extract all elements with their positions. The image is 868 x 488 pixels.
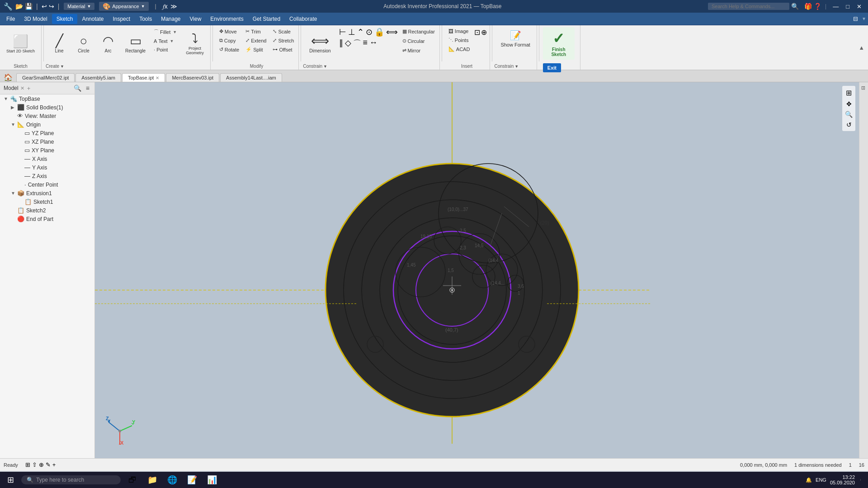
point-button[interactable]: · Point [151, 46, 180, 54]
menu-file[interactable]: File [2, 14, 19, 24]
arc-button[interactable]: ◠ Arc [96, 27, 120, 60]
text-button[interactable]: A Text ▼ [151, 37, 180, 45]
tree-item-xz-plane[interactable]: ▭ XZ Plane [0, 137, 94, 146]
move-button[interactable]: ✥ Move [217, 27, 242, 36]
material-dropdown[interactable]: Material ▼ [64, 3, 94, 10]
scale-button[interactable]: ⤡ Scale [270, 27, 297, 36]
view-cube-button[interactable]: ⊞ [844, 88, 854, 98]
constraint-icon-9[interactable]: ⌒ [353, 38, 361, 49]
tree-item-extrusion1[interactable]: ▼ 📦 Extrusion1 [0, 189, 94, 197]
extend-button[interactable]: ⤢ Extend [243, 36, 269, 45]
collapse-ribbon-button[interactable]: ▲ [857, 43, 866, 52]
dimension-button[interactable]: ⟺ Dimension [305, 27, 335, 60]
tree-item-solid-bodies[interactable]: ▶ ⬛ Solid Bodies(1) [0, 103, 94, 112]
pan-button[interactable]: ✥ [844, 99, 854, 108]
tree-item-x-axis[interactable]: — X Axis [0, 155, 94, 163]
tree-item-sketch1[interactable]: 📋 Sketch1 [0, 197, 94, 206]
tree-toggle-extrusion1[interactable]: ▼ [11, 191, 17, 196]
exit-button[interactable]: Exit [543, 63, 561, 72]
sidebar-search-button[interactable]: 🔍 [72, 84, 83, 92]
constraint-icon-2[interactable]: ⊥ [348, 27, 355, 37]
rectangular-button[interactable]: ▦ Rectangular [400, 27, 438, 36]
tree-toggle-topbase[interactable]: ▼ [4, 96, 10, 101]
taskbar-excel[interactable]: 📊 [204, 473, 220, 487]
tree-item-center-point[interactable]: · Center Point [0, 180, 94, 189]
rectangle-button[interactable]: ▭ Rectangle [121, 27, 150, 60]
circular-button[interactable]: ⊙ Circular [400, 37, 438, 45]
ribbon-toggle[interactable]: ⊟ [851, 14, 860, 23]
taskbar-notify-icon[interactable]: 🔔 [806, 477, 812, 483]
constraint-icon-11[interactable]: ↔ [369, 38, 377, 49]
sidebar-menu-button[interactable]: ≡ [85, 84, 91, 92]
tab-assembly5[interactable]: Assembly5.iam [75, 73, 121, 82]
menu-annotate[interactable]: Annotate [77, 14, 108, 24]
tree-toggle-origin[interactable]: ▼ [11, 122, 17, 127]
tree-item-sketch2[interactable]: 📋 Sketch2 [0, 206, 94, 215]
tree-toggle-solid-bodies[interactable]: ▶ [11, 105, 17, 110]
acad-button[interactable]: 📐 ACAD [446, 45, 473, 53]
constraint-icon-3[interactable]: ⌃ [357, 27, 364, 37]
search-input[interactable] [708, 3, 789, 10]
constraint-icon-1[interactable]: ⊢ [339, 27, 346, 37]
circle-button[interactable]: ○ Circle [72, 27, 95, 60]
home-icon[interactable]: 🏠 [4, 73, 13, 82]
menu-view[interactable]: View [185, 14, 206, 24]
tree-item-z-axis[interactable]: — Z Axis [0, 172, 94, 180]
menu-inspect[interactable]: Inspect [108, 14, 135, 24]
tree-item-yz-plane[interactable]: ▭ YZ Plane [0, 129, 94, 137]
split-button[interactable]: ⚡ Split [243, 45, 269, 54]
taskbar-search[interactable]: 🔍 [21, 475, 121, 484]
image-button[interactable]: 🖼 Image [446, 27, 473, 35]
tab-topbase[interactable]: TopBase.ipt ✕ [122, 73, 165, 82]
constraint-icon-8[interactable]: ◇ [345, 38, 351, 49]
constraint-icon-10[interactable]: ≡ [363, 38, 368, 49]
menu-sketch[interactable]: Sketch [52, 14, 78, 24]
insert-icon-1[interactable]: ⊡ [474, 28, 480, 37]
tree-item-view-master[interactable]: 👁 View: Master [0, 112, 94, 120]
tree-item-origin[interactable]: ▼ 📐 Origin [0, 120, 94, 129]
line-button[interactable]: ╱ Line [47, 27, 71, 60]
snap-button[interactable]: ⇧ [32, 461, 37, 468]
precision-button[interactable]: + [52, 461, 56, 468]
finish-sketch-button[interactable]: ✓ Finish Sketch [543, 27, 575, 60]
zoom-button[interactable]: 🔍 [844, 110, 854, 119]
offset-button[interactable]: ⊶ Offset [270, 45, 297, 54]
start-2d-sketch-button[interactable]: ⬜ Start 2D Sketch [2, 27, 39, 60]
ortho-button[interactable]: ⊕ [39, 461, 44, 468]
minimize-button[interactable]: — [830, 2, 841, 11]
orbit-button[interactable]: ↺ [844, 120, 854, 129]
project-geometry-button[interactable]: ⤵ Project Geometry [181, 27, 208, 60]
tree-item-end-of-part[interactable]: 🔴 End of Part [0, 215, 94, 223]
taskbar-notepad[interactable]: 📝 [184, 473, 200, 487]
menu-tools[interactable]: Tools [135, 14, 156, 24]
taskbar-multitasking[interactable]: 🗗 [124, 473, 141, 487]
model-tab[interactable]: Model [4, 85, 19, 91]
rotate-button[interactable]: ↺ Rotate [217, 45, 242, 54]
taskbar-chrome[interactable]: 🌐 [164, 473, 180, 487]
right-panel-button[interactable]: ⊟ [861, 84, 867, 92]
points-button[interactable]: ⋱ Points [446, 36, 473, 44]
trim-button[interactable]: ✂ Trim [243, 27, 269, 36]
copy-button[interactable]: ⧉ Copy [217, 36, 242, 45]
constraint-icon-7[interactable]: ∥ [339, 38, 343, 49]
taskbar-explorer[interactable]: 📁 [144, 473, 160, 487]
taskbar-search-input[interactable] [36, 477, 108, 483]
start-button[interactable]: ⊞ [4, 474, 18, 486]
menu-environments[interactable]: Environments [206, 14, 248, 24]
menu-collaborate[interactable]: Collaborate [285, 14, 321, 24]
close-button[interactable]: ✕ [854, 2, 864, 11]
sidebar-add[interactable]: + [27, 85, 31, 92]
tab-mercbaserev[interactable]: MercBaserev03.ipt [166, 73, 219, 82]
constraint-icon-6[interactable]: ⟺ [386, 27, 398, 37]
menu-3dmodel[interactable]: 3D Model [19, 14, 52, 24]
taskbar-show-desktop[interactable] [860, 479, 864, 481]
menu-manage[interactable]: Manage [156, 14, 185, 24]
constraint-icon-4[interactable]: ⊙ [366, 27, 373, 37]
maximize-button[interactable]: □ [843, 2, 852, 11]
stretch-button[interactable]: ⤢ Stretch [270, 36, 297, 45]
grid-button[interactable]: ⊞ [25, 461, 30, 468]
show-format-button[interactable]: 📝 Show Format [496, 27, 534, 54]
appearance-dropdown[interactable]: 🎨 Appearance ▼ [99, 2, 148, 11]
constraint-icon-5[interactable]: 🔒 [374, 27, 384, 37]
fillet-button[interactable]: ⌒ Fillet ▼ [151, 27, 180, 37]
